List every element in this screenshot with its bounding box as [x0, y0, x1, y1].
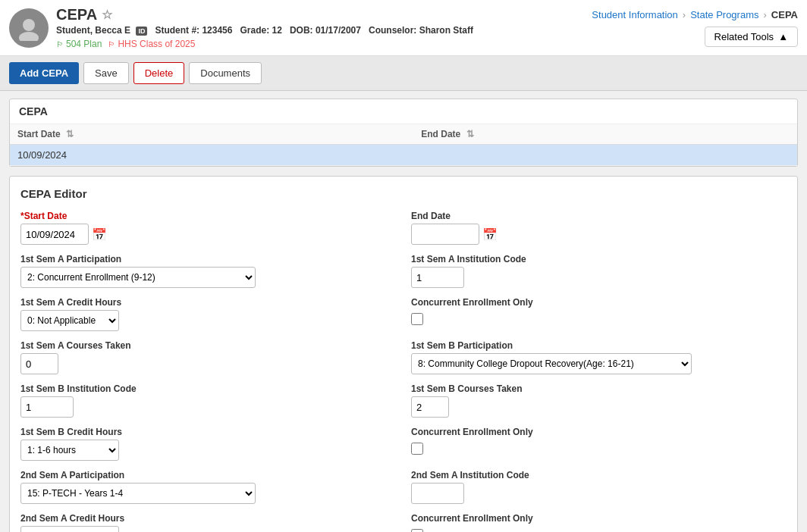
- concurrent-enrollment-only-group: Concurrent Enrollment Only: [411, 297, 787, 331]
- dob-label: DOB:: [290, 25, 313, 36]
- sem-a-credit-hours-group: 1st Sem A Credit Hours 0: Not Applicable…: [20, 297, 396, 331]
- end-date-label: End Date: [411, 211, 787, 221]
- row-sem2a-participation: 2nd Sem A Participation 15: P-TECH - Yea…: [20, 470, 787, 504]
- breadcrumb-current: CEPA: [771, 9, 798, 20]
- sem-a-participation-select[interactable]: 2: Concurrent Enrollment (9-12) 1: Not A…: [20, 267, 256, 288]
- col-end-date[interactable]: End Date ⇅: [413, 124, 797, 145]
- student-number-label: Student #:: [155, 25, 199, 36]
- delete-button[interactable]: Delete: [133, 62, 185, 84]
- sem2a-credit-hours-wrap: 0: Not Applicable 1: 1-6 hours: [20, 526, 396, 532]
- save-button[interactable]: Save: [83, 62, 129, 84]
- student-meta: CEPA ☆ Student, Becca E ID Student #: 12…: [56, 6, 473, 49]
- breadcrumb-sep-1: ›: [683, 9, 686, 20]
- svg-point-0: [23, 19, 35, 31]
- concurrent-enrollment-only-2a-group: Concurrent Enrollment Only: [411, 513, 787, 532]
- sem-b-credit-hours-select[interactable]: 0: Not Applicable 1: 1-6 hours 2: 7-12 h…: [20, 440, 119, 461]
- row-sem-b-institution: 1st Sem B Institution Code 1st Sem B Cou…: [20, 383, 787, 418]
- concurrent-enrollment-only-b-checkbox[interactable]: [411, 443, 423, 455]
- cepa-table: Start Date ⇅ End Date ⇅ 10/09/2024: [10, 124, 797, 166]
- student-number: 123456: [202, 25, 232, 36]
- start-date-label: *Start Date: [20, 211, 396, 221]
- sem-b-credit-hours-wrap: 0: Not Applicable 1: 1-6 hours 2: 7-12 h…: [20, 440, 396, 461]
- green-flag-icon: 🏳: [56, 40, 64, 49]
- col-start-date[interactable]: Start Date ⇅: [10, 124, 413, 145]
- dob-value: 01/17/2007: [316, 25, 361, 36]
- sem-b-courses-taken-label: 1st Sem B Courses Taken: [411, 383, 787, 394]
- sem-a-credit-hours-select[interactable]: 0: Not Applicable 1: 1-6 hours 2: 7-12 h…: [20, 310, 119, 331]
- row-start-date: 10/09/2024: [10, 145, 413, 166]
- table-row[interactable]: 10/09/2024: [10, 145, 797, 166]
- add-cepa-button[interactable]: Add CEPA: [9, 62, 79, 84]
- end-date-calendar-icon[interactable]: 📅: [482, 227, 498, 242]
- breadcrumb-sep-2: ›: [764, 9, 767, 20]
- main-content: CEPA Start Date ⇅ End Date ⇅ 10/09/2024: [0, 91, 807, 532]
- breadcrumb-state-programs[interactable]: State Programs: [690, 9, 758, 20]
- sem-a-institution-code-label: 1st Sem A Institution Code: [411, 254, 787, 264]
- sem-a-courses-taken-group: 1st Sem A Courses Taken: [20, 340, 396, 374]
- sem-a-courses-taken-input[interactable]: [20, 353, 58, 374]
- row-sem-a-participation: 1st Sem A Participation 2: Concurrent En…: [20, 254, 787, 288]
- page-title: CEPA: [56, 6, 97, 23]
- grade-value: 12: [272, 25, 282, 36]
- row-sem-a-credit: 1st Sem A Credit Hours 0: Not Applicable…: [20, 297, 787, 331]
- student-full-name: Student, Becca E: [56, 25, 130, 36]
- sem-b-credit-hours-label: 1st Sem B Credit Hours: [20, 427, 396, 437]
- sem-a-institution-code-group: 1st Sem A Institution Code: [411, 254, 787, 288]
- end-date-group: End Date 📅: [411, 211, 787, 245]
- page-header: CEPA ☆ Student, Becca E ID Student #: 12…: [0, 0, 807, 56]
- sem2a-institution-code-input[interactable]: [411, 483, 464, 504]
- red-flag-icon: 🏳: [108, 40, 115, 49]
- sem-b-institution-code-label: 1st Sem B Institution Code: [20, 383, 396, 394]
- counselor-value: Sharon Staff: [419, 25, 473, 36]
- grade-label: Grade:: [240, 25, 269, 36]
- sem-b-participation-group: 1st Sem B Participation 8: Community Col…: [411, 340, 787, 374]
- svg-point-1: [19, 32, 39, 41]
- row-sem-a-courses: 1st Sem A Courses Taken 1st Sem B Partic…: [20, 340, 787, 374]
- avatar: [9, 8, 49, 48]
- breadcrumb-student-info[interactable]: Student Information: [592, 9, 677, 20]
- sem-a-credit-hours-wrap: 0: Not Applicable 1: 1-6 hours 2: 7-12 h…: [20, 310, 396, 331]
- row-end-date: [413, 145, 797, 166]
- sem-b-institution-code-input[interactable]: [20, 396, 74, 418]
- student-info-section: CEPA ☆ Student, Becca E ID Student #: 12…: [9, 6, 473, 49]
- sem-b-institution-code-group: 1st Sem B Institution Code: [20, 383, 396, 418]
- sem2a-credit-hours-group: 2nd Sem A Credit Hours 0: Not Applicable…: [20, 513, 396, 532]
- sem-a-institution-code-input[interactable]: [411, 267, 464, 288]
- end-date-wrap: 📅: [411, 224, 787, 245]
- concurrent-enrollment-only-checkbox[interactable]: [411, 313, 423, 325]
- student-name-row: CEPA ☆: [56, 6, 473, 23]
- cepa-editor-title: CEPA Editor: [20, 187, 787, 200]
- row-sem-b-credit: 1st Sem B Credit Hours 0: Not Applicable…: [20, 427, 787, 461]
- start-date-calendar-icon[interactable]: 📅: [92, 227, 107, 242]
- documents-button[interactable]: Documents: [189, 62, 262, 84]
- student-badges: 🏳 504 Plan 🏳 HHS Class of 2025: [56, 39, 473, 49]
- sem2a-credit-hours-select[interactable]: 0: Not Applicable 1: 1-6 hours: [20, 526, 119, 532]
- sem-b-courses-taken-input[interactable]: [411, 396, 449, 418]
- sem2a-institution-code-label: 2nd Sem A Institution Code: [411, 470, 787, 480]
- related-tools-button[interactable]: Related Tools ▲: [705, 27, 798, 47]
- sem-a-participation-group: 1st Sem A Participation 2: Concurrent En…: [20, 254, 396, 288]
- cepa-editor: CEPA Editor *Start Date 📅 End Date 📅: [9, 176, 798, 532]
- sem2a-participation-label: 2nd Sem A Participation: [20, 470, 396, 480]
- concurrent-enrollment-only-label: Concurrent Enrollment Only: [411, 297, 787, 308]
- counselor-label: Counselor:: [369, 25, 416, 36]
- sort-end-date-icon: ⇅: [466, 129, 474, 139]
- sem2a-participation-select[interactable]: 15: P-TECH - Years 1-4 1: Not Applicable: [20, 483, 256, 504]
- cepa-table-section: CEPA Start Date ⇅ End Date ⇅ 10/09/2024: [9, 99, 798, 167]
- sem-a-courses-taken-label: 1st Sem A Courses Taken: [20, 340, 396, 351]
- toolbar: Add CEPA Save Delete Documents: [0, 56, 807, 91]
- concurrent-enrollment-only-2a-checkbox[interactable]: [411, 529, 423, 532]
- concurrent-enrollment-only-2a-label: Concurrent Enrollment Only: [411, 513, 787, 524]
- sem-b-courses-taken-group: 1st Sem B Courses Taken: [411, 383, 787, 418]
- start-date-input[interactable]: [20, 224, 89, 245]
- concurrent-enrollment-only-b-label: Concurrent Enrollment Only: [411, 427, 787, 437]
- id-icon[interactable]: ID: [136, 27, 147, 36]
- badge-504: 🏳 504 Plan: [56, 39, 102, 49]
- end-date-input[interactable]: [411, 224, 479, 245]
- sem-a-credit-hours-label: 1st Sem A Credit Hours: [20, 297, 396, 308]
- favorite-icon[interactable]: ☆: [102, 8, 112, 22]
- header-right: Student Information › State Programs › C…: [592, 9, 798, 47]
- sort-start-date-icon: ⇅: [66, 129, 74, 139]
- sem-b-participation-select[interactable]: 8: Community College Dropout Recovery(Ag…: [411, 353, 692, 374]
- concurrent-enrollment-only-b-group: Concurrent Enrollment Only: [411, 427, 787, 461]
